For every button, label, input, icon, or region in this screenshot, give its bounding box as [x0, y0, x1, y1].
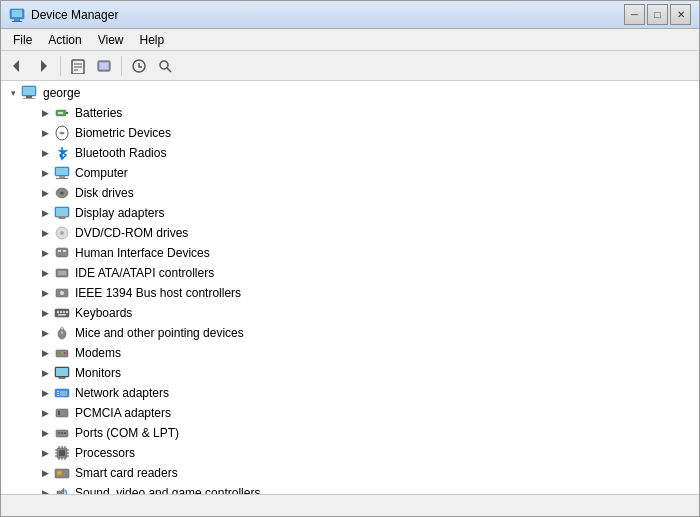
expand-processors-icon[interactable]: ▶: [37, 445, 53, 461]
menu-help[interactable]: Help: [132, 31, 173, 49]
forward-button[interactable]: [31, 54, 55, 78]
expand-modems-icon[interactable]: ▶: [37, 345, 53, 361]
mice-label: Mice and other pointing devices: [75, 326, 244, 340]
tree-item-ieee[interactable]: ▶ IEEE 1394 Bus host controllers: [1, 283, 699, 303]
tree-item-hid[interactable]: ▶ Human Interface Devices: [1, 243, 699, 263]
menu-view[interactable]: View: [90, 31, 132, 49]
dvd-icon: [53, 224, 71, 242]
network-icon: [53, 384, 71, 402]
tree-item-keyboard[interactable]: ▶ Keyboards: [1, 303, 699, 323]
modems-icon: [53, 344, 71, 362]
tree-item-computer[interactable]: ▶ Computer: [1, 163, 699, 183]
device-tree-content[interactable]: ▾ george ▶: [1, 81, 699, 494]
tree-item-dvd[interactable]: ▶ DVD/CD-ROM drives: [1, 223, 699, 243]
expand-mice-icon[interactable]: ▶: [37, 325, 53, 341]
tree-item-processors[interactable]: ▶: [1, 443, 699, 463]
mice-icon: [53, 324, 71, 342]
tree-item-batteries[interactable]: ▶ Batteries: [1, 103, 699, 123]
tree-item-monitors[interactable]: ▶ Monitors: [1, 363, 699, 383]
svg-rect-62: [56, 409, 68, 417]
hid-icon: [53, 244, 71, 262]
svg-point-28: [60, 192, 64, 195]
biometric-icon: [53, 124, 71, 142]
svg-rect-52: [61, 352, 63, 354]
dvd-label: DVD/CD-ROM drives: [75, 226, 188, 240]
computer-device-icon: [53, 164, 71, 182]
expand-monitors-icon[interactable]: ▶: [37, 365, 53, 381]
expand-root-icon[interactable]: ▾: [5, 85, 21, 101]
expand-dvd-icon[interactable]: ▶: [37, 225, 53, 241]
svg-rect-26: [56, 178, 68, 179]
svg-point-40: [60, 291, 64, 295]
tree-item-ide[interactable]: ▶ IDE ATA/ATAPI controllers: [1, 263, 699, 283]
tree-item-display[interactable]: ▶ Display adapters: [1, 203, 699, 223]
svg-point-13: [160, 61, 168, 69]
minimize-button[interactable]: ─: [624, 4, 645, 25]
expand-ide-icon[interactable]: ▶: [37, 265, 53, 281]
window-title: Device Manager: [31, 8, 624, 22]
svg-rect-55: [56, 368, 68, 376]
toolbar-separator-1: [60, 56, 61, 76]
pcmcia-label: PCMCIA adapters: [75, 406, 171, 420]
svg-rect-44: [63, 311, 65, 313]
title-icon: [9, 7, 25, 23]
tree-item-smartcard[interactable]: ▶ Smart card readers: [1, 463, 699, 483]
expand-smartcard-icon[interactable]: ▶: [37, 465, 53, 481]
tree-item-modems[interactable]: ▶ Modems: [1, 343, 699, 363]
svg-rect-1: [12, 10, 22, 17]
expand-ieee-icon[interactable]: ▶: [37, 285, 53, 301]
show-hidden-button[interactable]: [92, 54, 116, 78]
svg-point-66: [61, 432, 63, 434]
status-text: [5, 495, 695, 516]
svg-rect-59: [57, 393, 59, 394]
close-button[interactable]: ✕: [670, 4, 691, 25]
tree-item-network[interactable]: ▶ Network adapters: [1, 383, 699, 403]
expand-pcmcia-icon[interactable]: ▶: [37, 405, 53, 421]
menu-file[interactable]: File: [5, 31, 40, 49]
svg-line-14: [167, 68, 171, 72]
title-bar: Device Manager ─ □ ✕: [1, 1, 699, 29]
tree-root-item[interactable]: ▾ george: [1, 83, 699, 103]
expand-sound-icon[interactable]: ▶: [37, 485, 53, 494]
expand-hid-icon[interactable]: ▶: [37, 245, 53, 261]
expand-display-icon[interactable]: ▶: [37, 205, 53, 221]
tree-item-ports[interactable]: ▶ Ports (COM & LPT): [1, 423, 699, 443]
tree-item-biometric[interactable]: ▶ Biometric Devices: [1, 123, 699, 143]
expand-computer-icon[interactable]: ▶: [37, 165, 53, 181]
expand-bluetooth-icon[interactable]: ▶: [37, 145, 53, 161]
update-driver-button[interactable]: [127, 54, 151, 78]
biometric-label: Biometric Devices: [75, 126, 171, 140]
expand-keyboard-icon[interactable]: ▶: [37, 305, 53, 321]
toolbar-separator-2: [121, 56, 122, 76]
toolbar: [1, 51, 699, 81]
bluetooth-icon: [53, 144, 71, 162]
network-label: Network adapters: [75, 386, 169, 400]
expand-batteries-icon[interactable]: ▶: [37, 105, 53, 121]
processors-label: Processors: [75, 446, 135, 460]
ide-icon: [53, 264, 71, 282]
svg-rect-38: [58, 271, 66, 275]
tree-item-mice[interactable]: ▶ Mice and other pointing devices: [1, 323, 699, 343]
scan-hardware-button[interactable]: [153, 54, 177, 78]
expand-network-icon[interactable]: ▶: [37, 385, 53, 401]
status-bar: [1, 494, 699, 516]
tree-item-pcmcia[interactable]: ▶ PCMCIA adapters: [1, 403, 699, 423]
back-button[interactable]: [5, 54, 29, 78]
svg-marker-56: [58, 377, 66, 379]
expand-disk-icon[interactable]: ▶: [37, 185, 53, 201]
pcmcia-icon: [53, 404, 71, 422]
monitors-icon: [53, 364, 71, 382]
properties-button[interactable]: [66, 54, 90, 78]
hid-label: Human Interface Devices: [75, 246, 210, 260]
processors-icon: [53, 444, 71, 462]
tree-item-bluetooth[interactable]: ▶ Bluetooth Radios: [1, 143, 699, 163]
tree-item-disk[interactable]: ▶ Disk drives: [1, 183, 699, 203]
menu-action[interactable]: Action: [40, 31, 89, 49]
svg-point-65: [58, 432, 60, 434]
expand-biometric-icon[interactable]: ▶: [37, 125, 53, 141]
svg-rect-69: [59, 450, 65, 456]
tree-item-sound[interactable]: ▶ Sound, video and game controllers: [1, 483, 699, 494]
maximize-button[interactable]: □: [647, 4, 668, 25]
computer-icon: [21, 84, 39, 102]
expand-ports-icon[interactable]: ▶: [37, 425, 53, 441]
